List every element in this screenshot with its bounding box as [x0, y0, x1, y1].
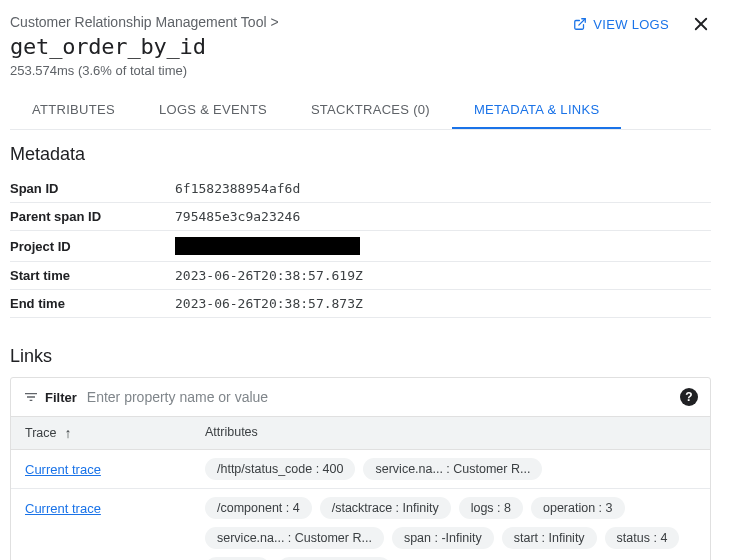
view-logs-label: VIEW LOGS — [593, 17, 669, 32]
filter-label: Filter — [23, 389, 77, 405]
metadata-table: Span ID6f1582388954af6dParent span ID795… — [10, 175, 711, 318]
tab-metadata-links[interactable]: METADATA & LINKS — [452, 92, 621, 129]
metadata-row: Span ID6f1582388954af6d — [10, 175, 711, 203]
open-external-icon — [573, 17, 587, 31]
link-row: Current trace/http/status_code : 400serv… — [11, 450, 710, 489]
attribute-chip[interactable]: /http/status_code : 400 — [205, 458, 355, 480]
attribute-chip[interactable]: /component : 4 — [205, 497, 312, 519]
help-icon[interactable]: ? — [680, 388, 698, 406]
redacted-value — [175, 237, 360, 255]
metadata-key: Project ID — [10, 231, 175, 262]
metadata-key: Span ID — [10, 175, 175, 203]
sort-ascending-icon: ↑ — [65, 425, 72, 441]
link-row: Current trace/component : 4/stacktrace :… — [11, 489, 710, 560]
attribute-chip[interactable]: /stacktrace : Infinity — [320, 497, 451, 519]
tab-bar: ATTRIBUTESLOGS & EVENTSSTACKTRACES (0)ME… — [10, 92, 711, 130]
filter-icon — [23, 389, 39, 405]
filter-label-text: Filter — [45, 390, 77, 405]
metadata-value: 2023-06-26T20:38:57.619Z — [175, 262, 711, 290]
attribute-chip[interactable]: span : -Infinity — [392, 527, 494, 549]
close-icon — [692, 15, 710, 33]
attribute-chip[interactable]: status : 4 — [605, 527, 680, 549]
attribute-chip[interactable]: start : Infinity — [502, 527, 597, 549]
attribute-chip[interactable]: operation : 3 — [531, 497, 625, 519]
attribute-chip[interactable]: service.na... : Customer R... — [205, 527, 384, 549]
links-panel: Filter ? Trace ↑ Attributes Current trac… — [10, 377, 711, 560]
metadata-value: 6f1582388954af6d — [175, 175, 711, 203]
metadata-row: Parent span ID795485e3c9a23246 — [10, 203, 711, 231]
svg-line-0 — [579, 19, 585, 25]
view-logs-button[interactable]: VIEW LOGS — [573, 17, 669, 32]
tab-stacktraces-[interactable]: STACKTRACES (0) — [289, 92, 452, 129]
column-header-trace[interactable]: Trace ↑ — [25, 425, 205, 441]
metadata-value: 2023-06-26T20:38:57.873Z — [175, 290, 711, 318]
page-title: get_order_by_id — [10, 34, 279, 59]
links-heading: Links — [10, 346, 711, 367]
column-header-attributes[interactable]: Attributes — [205, 425, 696, 441]
tab-attributes[interactable]: ATTRIBUTES — [10, 92, 137, 129]
filter-input[interactable] — [87, 389, 670, 405]
span-duration-subtitle: 253.574ms (3.6% of total time) — [10, 63, 279, 78]
close-button[interactable] — [691, 14, 711, 34]
metadata-value — [175, 231, 711, 262]
metadata-heading: Metadata — [10, 144, 711, 165]
metadata-value: 795485e3c9a23246 — [175, 203, 711, 231]
breadcrumb[interactable]: Customer Relationship Management Tool > — [10, 14, 279, 30]
tab-logs-events[interactable]: LOGS & EVENTS — [137, 92, 289, 129]
attribute-chip[interactable]: service.na... : Customer R... — [363, 458, 542, 480]
metadata-key: Parent span ID — [10, 203, 175, 231]
attribute-chip[interactable]: logs : 8 — [459, 497, 523, 519]
attribute-chips: /http/status_code : 400service.na... : C… — [205, 458, 696, 480]
metadata-key: Start time — [10, 262, 175, 290]
metadata-row: Project ID — [10, 231, 711, 262]
column-header-trace-label: Trace — [25, 426, 57, 440]
metadata-row: Start time2023-06-26T20:38:57.619Z — [10, 262, 711, 290]
attribute-chips: /component : 4/stacktrace : Infinitylogs… — [205, 497, 696, 560]
links-table-header: Trace ↑ Attributes — [11, 416, 710, 450]
metadata-key: End time — [10, 290, 175, 318]
trace-link[interactable]: Current trace — [25, 497, 205, 516]
metadata-row: End time2023-06-26T20:38:57.873Z — [10, 290, 711, 318]
trace-link[interactable]: Current trace — [25, 458, 205, 477]
